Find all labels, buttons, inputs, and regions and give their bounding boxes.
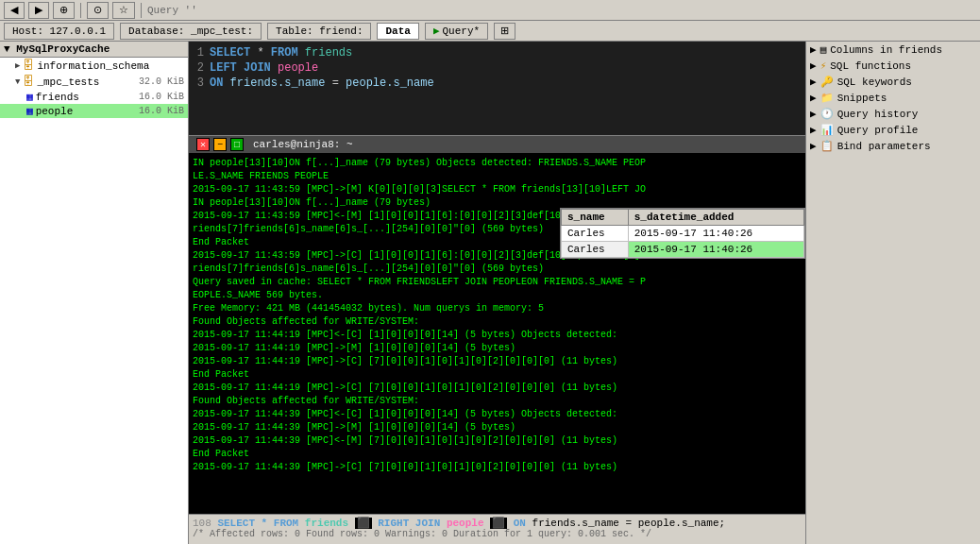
result-row-1[interactable]: Carles 2015-09-17 11:40:26 bbox=[562, 242, 804, 258]
console-line-18: Found Objects affected for WRITE/SYSTEM: bbox=[193, 395, 802, 408]
table-tab[interactable]: Table: friend: bbox=[267, 23, 371, 40]
console-line-0: IN people[13][10]ON f[...]_name (79 byte… bbox=[193, 157, 802, 170]
expand-icon-mpc: ▼ bbox=[15, 77, 20, 87]
table-icon-people: ▦ bbox=[26, 105, 33, 117]
toolbar-btn-3[interactable]: ⊕ bbox=[53, 2, 75, 19]
expand-icon-profile: ▶ bbox=[810, 124, 817, 136]
toolbar-btn-4[interactable]: ⊙ bbox=[87, 2, 109, 19]
right-panel: ▶ ▤ Columns in friends ▶ ⚡ SQL functions… bbox=[805, 42, 980, 544]
sql-editor[interactable]: 1 SELECT * FROM friends 2 LEFT JOIN peop… bbox=[189, 42, 805, 136]
right-item-profile[interactable]: ▶ 📊 Query profile bbox=[806, 122, 980, 138]
sql-line-2: 2 LEFT JOIN people bbox=[193, 60, 802, 76]
console-line-21: 2015-09-17 11:44:39 [MPC]<-[M] [7][0][0]… bbox=[193, 434, 802, 448]
bottom-line-2: /* Affected rows: 0 Found rows: 0 Warnin… bbox=[193, 529, 802, 539]
cell-sname-0: Carles bbox=[562, 226, 629, 242]
cell-sname-1: Carles bbox=[562, 242, 629, 258]
functions-icon: ⚡ bbox=[820, 60, 827, 72]
right-item-bind[interactable]: ▶ 📋 Bind parameters bbox=[806, 138, 980, 154]
toolbar-btn-2[interactable]: ▶ bbox=[28, 2, 49, 19]
console-container: ✕ − □ carles@ninja8: ~ IN people[13][10]… bbox=[189, 136, 805, 514]
console-line-10: EOPLE.S_NAME 569 bytes. bbox=[193, 289, 802, 302]
query-tab[interactable]: ▶ Query* bbox=[425, 23, 488, 40]
run-icon: ▶ bbox=[433, 25, 440, 37]
tree-item-people[interactable]: ▦ people 16.0 KiB bbox=[0, 104, 188, 118]
db-tab[interactable]: Database: _mpc_test: bbox=[120, 23, 262, 40]
sep2 bbox=[141, 3, 142, 18]
toolbar-btn-5[interactable]: ☆ bbox=[112, 2, 135, 19]
console-line-15: 2015-09-17 11:44:19 [MPC]->[C] [7][0][0]… bbox=[193, 355, 802, 368]
db-icon-info: 🗄 bbox=[23, 59, 34, 73]
query-label: Query '' bbox=[147, 5, 197, 16]
snippets-icon: 📁 bbox=[820, 92, 834, 104]
cell-datetime-1: 2015-09-17 11:40:26 bbox=[628, 242, 803, 258]
right-item-columns[interactable]: ▶ ▤ Columns in friends bbox=[806, 42, 980, 58]
tree-root[interactable]: ▼ MySqlProxyCache bbox=[0, 42, 188, 58]
bottom-bar: 108 SELECT * FROM friends ⬛ RIGHT JOIN p… bbox=[189, 514, 805, 544]
maximize-btn[interactable]: □ bbox=[230, 138, 244, 151]
host-tab[interactable]: Host: 127.0.0.1 bbox=[4, 23, 114, 40]
right-item-snippets[interactable]: ▶ 📁 Snippets bbox=[806, 90, 980, 106]
console-line-20: 2015-09-17 11:44:39 [MPC]->[M] [1][0][0]… bbox=[193, 421, 802, 434]
expand-icon-keywords: ▶ bbox=[810, 76, 817, 88]
tree-item-friends[interactable]: ▦ friends 16.0 KiB bbox=[0, 90, 188, 104]
export-btn[interactable]: ⊞ bbox=[494, 23, 515, 40]
right-item-keywords[interactable]: ▶ 🔑 SQL keywords bbox=[806, 74, 980, 90]
second-toolbar: Host: 127.0.0.1 Database: _mpc_test: Tab… bbox=[0, 21, 980, 42]
tree-item-mpc-tests[interactable]: ▼ 🗄 _mpc_tests 32.0 KiB bbox=[0, 74, 188, 90]
expand-icon-info: ▶ bbox=[15, 60, 20, 71]
left-panel: ▼ MySqlProxyCache ▶ 🗄 information_schema… bbox=[0, 42, 189, 544]
main-layout: ▼ MySqlProxyCache ▶ 🗄 information_schema… bbox=[0, 42, 980, 544]
console-line-19: 2015-09-17 11:44:39 [MPC]<-[C] [1][0][0]… bbox=[193, 408, 802, 421]
console-title: carles@ninja8: ~ bbox=[253, 139, 353, 150]
columns-icon: ▤ bbox=[820, 43, 827, 56]
console-line-22: End Packet bbox=[193, 448, 802, 461]
console-line-13: 2015-09-17 11:44:19 [MPC]<-[C] [1][0][0]… bbox=[193, 329, 802, 342]
console-line-12: Found Objects affected for WRITE/SYSTEM: bbox=[193, 315, 802, 329]
bottom-line-1: 108 SELECT * FROM friends ⬛ RIGHT JOIN p… bbox=[193, 517, 802, 529]
console-line-14: 2015-09-17 11:44:19 [MPC]->[M] [1][0][0]… bbox=[193, 342, 802, 355]
bind-icon: 📋 bbox=[820, 140, 834, 152]
right-item-functions[interactable]: ▶ ⚡ SQL functions bbox=[806, 58, 980, 74]
sql-line-3: 3 ON friends.s_name = people.s_name bbox=[193, 76, 802, 91]
console-line-2: 2015-09-17 11:43:59 [MPC]->[M] K[0][0][0… bbox=[193, 183, 802, 196]
console-line-8: riends[7]friends[6]s_name[6]s_[...][254]… bbox=[193, 263, 802, 276]
table-icon-friends: ▦ bbox=[26, 91, 33, 103]
history-icon: 🕐 bbox=[820, 108, 834, 120]
right-item-history[interactable]: ▶ 🕐 Query history bbox=[806, 106, 980, 122]
col-header-sname: s_name bbox=[562, 210, 629, 226]
toolbar-btn-1[interactable]: ◀ bbox=[4, 2, 25, 19]
results-panel: s_name s_datetime_added Carles 2015-09-1… bbox=[560, 208, 805, 259]
top-toolbar: ◀ ▶ ⊕ ⊙ ☆ Query '' bbox=[0, 0, 980, 21]
console-line-23: 2015-09-17 11:44:39 [MPC]->[C] [7][0][0]… bbox=[193, 461, 802, 474]
data-tab[interactable]: Data bbox=[377, 23, 418, 40]
expand-icon-history: ▶ bbox=[810, 108, 817, 120]
close-btn[interactable]: ✕ bbox=[196, 138, 210, 151]
center-panel: 1 SELECT * FROM friends 2 LEFT JOIN peop… bbox=[189, 42, 805, 544]
result-row-0[interactable]: Carles 2015-09-17 11:40:26 bbox=[562, 226, 804, 242]
profile-icon: 📊 bbox=[820, 124, 834, 136]
console-line-11: Free Memory: 421 MB (441454032 bytes). N… bbox=[193, 302, 802, 315]
cell-datetime-0: 2015-09-17 11:40:26 bbox=[628, 226, 803, 242]
col-header-datetime: s_datetime_added bbox=[628, 210, 803, 226]
expand-icon-columns: ▶ bbox=[810, 43, 817, 56]
sep1 bbox=[80, 3, 81, 18]
tree-expand-root: ▼ bbox=[4, 43, 10, 55]
console-line-17: 2015-09-17 11:44:19 [MPC]->[C] [7][0][0]… bbox=[193, 382, 802, 395]
sql-line-1: 1 SELECT * FROM friends bbox=[193, 45, 802, 60]
expand-icon-functions: ▶ bbox=[810, 60, 817, 72]
db-icon-mpc: 🗄 bbox=[23, 75, 34, 89]
console-line-1: LE.S_NAME FRIENDS PEOPLE bbox=[193, 170, 802, 183]
console-line-16: End Packet bbox=[193, 368, 802, 382]
console-title-bar: ✕ − □ carles@ninja8: ~ bbox=[189, 136, 805, 153]
expand-icon-snippets: ▶ bbox=[810, 92, 817, 104]
console-line-9: Query saved in cache: SELECT * FROM FRIE… bbox=[193, 276, 802, 289]
tree-item-info-schema[interactable]: ▶ 🗄 information_schema bbox=[0, 58, 188, 74]
keywords-icon: 🔑 bbox=[820, 76, 834, 88]
results-table: s_name s_datetime_added Carles 2015-09-1… bbox=[561, 209, 804, 258]
expand-icon-bind: ▶ bbox=[810, 140, 817, 152]
minimize-btn[interactable]: − bbox=[213, 138, 227, 151]
